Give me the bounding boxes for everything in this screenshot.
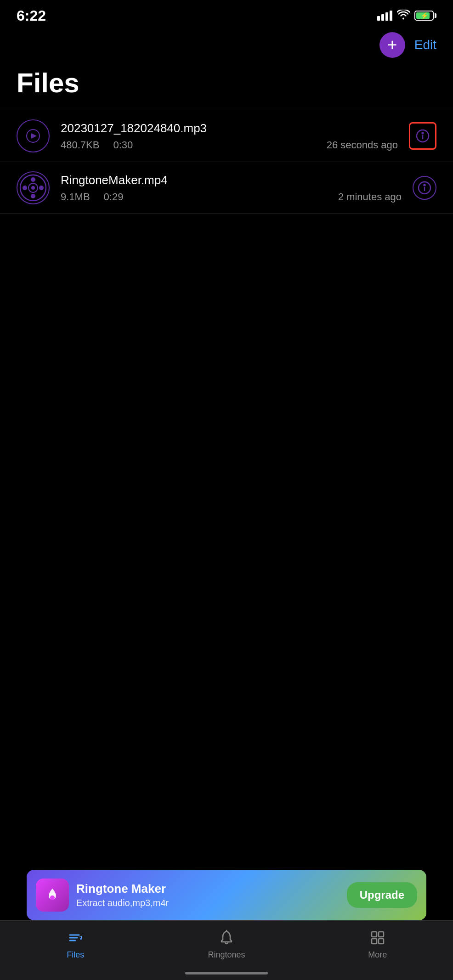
wifi-icon xyxy=(397,10,410,22)
banner-ad[interactable]: Ringtone Maker Extract audio,mp3,m4r Upg… xyxy=(27,870,426,920)
add-button[interactable]: + xyxy=(379,32,405,58)
file-size: 9.1MB xyxy=(61,191,90,203)
tab-more[interactable]: More xyxy=(302,928,453,960)
svg-rect-20 xyxy=(372,932,377,937)
status-bar: 6:22 ⚡ xyxy=(0,0,453,28)
file-info: RingtoneMaker.mp4 9.1MB 0:29 2 minutes a… xyxy=(61,173,402,203)
tab-bar: Files Ringtones More xyxy=(0,920,453,980)
edit-button[interactable]: Edit xyxy=(414,38,436,52)
ringtones-tab-label: Ringtones xyxy=(208,950,245,960)
status-time: 6:22 xyxy=(17,7,46,24)
play-icon xyxy=(17,119,50,152)
battery-icon: ⚡ xyxy=(414,11,436,21)
file-timestamp: 26 seconds ago xyxy=(327,139,398,151)
banner-app-icon xyxy=(36,879,69,912)
file-meta: 480.7KB 0:30 26 seconds ago xyxy=(61,139,398,151)
upgrade-button[interactable]: Upgrade xyxy=(347,882,417,908)
svg-marker-1 xyxy=(31,133,37,139)
signal-icon xyxy=(377,11,392,21)
svg-point-9 xyxy=(31,194,35,198)
svg-point-15 xyxy=(50,896,55,900)
svg-point-10 xyxy=(23,186,27,190)
header: + Edit xyxy=(0,28,453,62)
svg-rect-23 xyxy=(379,939,384,944)
table-row[interactable]: RingtoneMaker.mp4 9.1MB 0:29 2 minutes a… xyxy=(0,162,453,214)
banner-text: Ringtone Maker Extract audio,mp3,m4r xyxy=(76,882,340,908)
svg-point-4 xyxy=(422,133,424,134)
svg-point-7 xyxy=(31,186,35,190)
tab-ringtones[interactable]: Ringtones xyxy=(151,928,302,960)
tab-files[interactable]: Files xyxy=(0,928,151,960)
file-info: 20230127_182024840.mp3 480.7KB 0:30 26 s… xyxy=(61,121,398,151)
more-tab-icon xyxy=(368,928,387,947)
banner-title: Ringtone Maker xyxy=(76,882,340,896)
file-size: 480.7KB xyxy=(61,139,99,151)
status-icons: ⚡ xyxy=(377,10,436,22)
table-row[interactable]: 20230127_182024840.mp3 480.7KB 0:30 26 s… xyxy=(0,110,453,162)
svg-point-8 xyxy=(31,177,35,182)
files-tab-label: Files xyxy=(67,950,84,960)
page-title: Files xyxy=(0,62,453,110)
ringtones-tab-icon xyxy=(217,928,236,947)
more-tab-label: More xyxy=(368,950,387,960)
file-meta: 9.1MB 0:29 2 minutes ago xyxy=(61,191,402,203)
file-name: RingtoneMaker.mp4 xyxy=(61,173,402,187)
files-tab-icon xyxy=(66,928,85,947)
file-duration: 0:29 xyxy=(104,191,124,203)
svg-rect-22 xyxy=(372,939,377,944)
file-name: 20230127_182024840.mp3 xyxy=(61,121,398,135)
file-list: 20230127_182024840.mp3 480.7KB 0:30 26 s… xyxy=(0,110,453,214)
banner-subtitle: Extract audio,mp3,m4r xyxy=(76,898,340,908)
add-icon: + xyxy=(387,37,397,53)
file-duration: 0:30 xyxy=(113,139,133,151)
svg-point-14 xyxy=(424,185,425,186)
video-reel-icon xyxy=(17,171,50,204)
home-indicator xyxy=(185,972,268,974)
info-button[interactable] xyxy=(413,176,436,200)
svg-rect-21 xyxy=(379,932,384,937)
svg-point-11 xyxy=(39,186,44,190)
file-timestamp: 2 minutes ago xyxy=(338,191,402,203)
info-button[interactable] xyxy=(409,122,436,150)
